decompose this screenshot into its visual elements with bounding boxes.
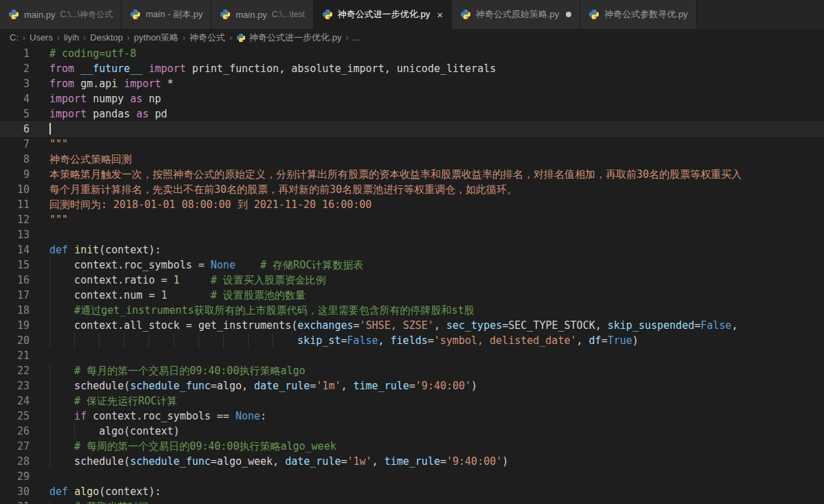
editor-tab[interactable]: main.pyC:\...\神奇公式	[0, 0, 122, 29]
code-line[interactable]: 12"""	[0, 212, 824, 227]
code-line[interactable]: 9本策略第月触发一次，按照神奇公式的原始定义，分别计算出所有股票的资本收益率和股…	[0, 167, 824, 182]
code-token: 每个月重新计算排名，先卖出不在前30名的股票，再对新的前30名股票池进行等权重调…	[49, 183, 517, 196]
code-token: =	[341, 334, 347, 347]
chevron-right-icon: ›	[229, 33, 232, 43]
code-content: from gm.api import *	[43, 76, 824, 91]
breadcrumb-item[interactable]: python策略	[134, 32, 179, 44]
line-number: 24	[0, 393, 43, 409]
indent-guide	[49, 378, 74, 393]
code-editor[interactable]: 1# coding=utf-82from __future__ import p…	[0, 46, 824, 504]
breadcrumb-trailing[interactable]: ...	[352, 32, 360, 43]
editor-tab[interactable]: main.pyC:\...\test	[211, 0, 314, 29]
code-token	[236, 259, 260, 271]
code-content: 回测时间为: 2018-01-01 08:00:00 到 2021-11-20 …	[43, 197, 824, 212]
code-token: time_rule	[385, 455, 440, 468]
code-token: date_rule	[285, 455, 341, 468]
code-line[interactable]: 30def algo(context):	[0, 484, 824, 499]
line-number: 1	[0, 46, 43, 61]
breadcrumb-file[interactable]: 神奇公式进一步优化.py	[236, 32, 341, 44]
code-line[interactable]: 19 context.all_stock = get_instruments(e…	[0, 318, 824, 333]
code-line[interactable]: 22 # 每月的第一个交易日的09:40:00执行策略algo	[0, 363, 824, 378]
code-content: import pandas as pd	[43, 106, 824, 122]
line-number: 28	[0, 454, 43, 469]
code-line[interactable]: 15 context.roc_symbols = None # 存储ROC计算数…	[0, 257, 824, 273]
chevron-right-icon: ›	[57, 33, 60, 43]
code-line[interactable]: 5import pandas as pd	[0, 106, 824, 122]
code-token: schedule(	[74, 380, 130, 392]
python-icon	[236, 33, 246, 43]
code-content: #通过get_instruments获取所有的上市股票代码，这里需要包含所有的停…	[43, 303, 824, 318]
code-line[interactable]: 4import numpy as np	[0, 91, 824, 106]
indent-guide	[49, 409, 74, 424]
code-line[interactable]: 14def init(context):	[0, 242, 824, 257]
indent-guide	[49, 393, 74, 409]
code-line[interactable]: 3from gm.api import *	[0, 76, 824, 91]
breadcrumb-item[interactable]: Desktop	[90, 32, 123, 43]
line-number: 7	[0, 137, 43, 152]
code-token: None	[236, 410, 260, 422]
code-line[interactable]: 17 context.num = 1 # 设置股票池的数量	[0, 288, 824, 303]
breadcrumb-item[interactable]: 神奇公式	[190, 32, 225, 44]
code-line[interactable]: 24 # 保证先运行ROC计算	[0, 393, 824, 409]
code-token	[68, 485, 74, 498]
code-token: pandas	[87, 108, 136, 120]
code-content: 本策略第月触发一次，按照神奇公式的原始定义，分别计算出所有股票的资本收益率和股票…	[43, 167, 824, 182]
code-line[interactable]: 25 if context.roc_symbols == None:	[0, 409, 824, 424]
code-content: algo(context)	[43, 424, 824, 439]
python-icon	[322, 9, 333, 20]
code-token: # 存储ROC计算数据表	[260, 259, 363, 271]
code-token: )	[502, 455, 508, 468]
code-line[interactable]: 8神奇公式策略回测	[0, 152, 824, 167]
editor-tab[interactable]: 神奇公式进一步优化.py×	[314, 0, 452, 29]
code-line[interactable]: 29	[0, 469, 824, 484]
code-line[interactable]: 21	[0, 348, 824, 363]
code-token: __future__	[80, 62, 142, 75]
code-content: schedule(schedule_func=algo_week, date_r…	[43, 454, 824, 469]
code-line[interactable]: 6	[0, 122, 824, 137]
code-line[interactable]: 20 skip_st=False, fields='symbol, delist…	[0, 333, 824, 348]
code-line[interactable]: 13	[0, 227, 824, 242]
code-content: context.num = 1 # 设置股票池的数量	[43, 288, 824, 303]
breadcrumb-item[interactable]: Users	[30, 32, 53, 43]
editor-tab[interactable]: main - 副本.py	[122, 0, 211, 29]
code-token: schedule_func	[130, 380, 210, 392]
code-token: ,	[378, 334, 391, 347]
python-icon	[588, 9, 599, 20]
line-number: 16	[0, 273, 43, 288]
code-token: df	[589, 334, 602, 347]
code-token: )	[471, 380, 477, 392]
code-line[interactable]: 11回测时间为: 2018-01-01 08:00:00 到 2021-11-2…	[0, 197, 824, 212]
tab-label: main.py	[236, 10, 267, 20]
code-line[interactable]: 23 schedule(schedule_func=algo, date_rul…	[0, 378, 824, 393]
indent-guide	[223, 333, 248, 348]
line-number: 6	[0, 122, 43, 137]
code-content	[43, 348, 824, 363]
breadcrumb-item[interactable]: C:	[10, 32, 19, 43]
close-icon[interactable]: ×	[437, 10, 443, 20]
code-token: context.roc_symbols ==	[87, 410, 236, 422]
editor-tab[interactable]: 神奇公式参数寻优.py	[580, 0, 696, 29]
code-line[interactable]: 2from __future__ import print_function, …	[0, 61, 824, 76]
code-line[interactable]: 1# coding=utf-8	[0, 46, 824, 61]
line-number: 8	[0, 152, 43, 167]
line-number: 10	[0, 182, 43, 197]
code-line[interactable]: 18 #通过get_instruments获取所有的上市股票代码，这里需要包含所…	[0, 303, 824, 318]
breadcrumb-item[interactable]: liyih	[64, 32, 79, 43]
code-line[interactable]: 7"""	[0, 137, 824, 152]
line-number: 3	[0, 76, 43, 91]
chevron-right-icon: ›	[345, 33, 348, 43]
code-token: if	[74, 410, 87, 422]
code-line[interactable]: 28 schedule(schedule_func=algo_week, dat…	[0, 454, 824, 469]
code-token: def	[49, 485, 68, 498]
code-line[interactable]: 31 # 获取当前时间	[0, 499, 824, 504]
editor-tab[interactable]: 神奇公式原始策略.py	[452, 0, 580, 29]
code-line[interactable]: 10每个月重新计算排名，先卖出不在前30名的股票，再对新的前30名股票池进行等权…	[0, 182, 824, 197]
code-token: context.num =	[74, 289, 161, 301]
code-line[interactable]: 16 context.ratio = 1 # 设置买入股票资金比例	[0, 273, 824, 288]
code-line[interactable]: 27 # 每周的第一个交易日的09:40:00执行策略algo_week	[0, 439, 824, 454]
tab-label: 神奇公式原始策略.py	[476, 8, 559, 21]
code-token: np	[142, 93, 161, 105]
line-number: 21	[0, 348, 43, 363]
code-token: as	[130, 93, 142, 105]
code-line[interactable]: 26 algo(context)	[0, 424, 824, 439]
